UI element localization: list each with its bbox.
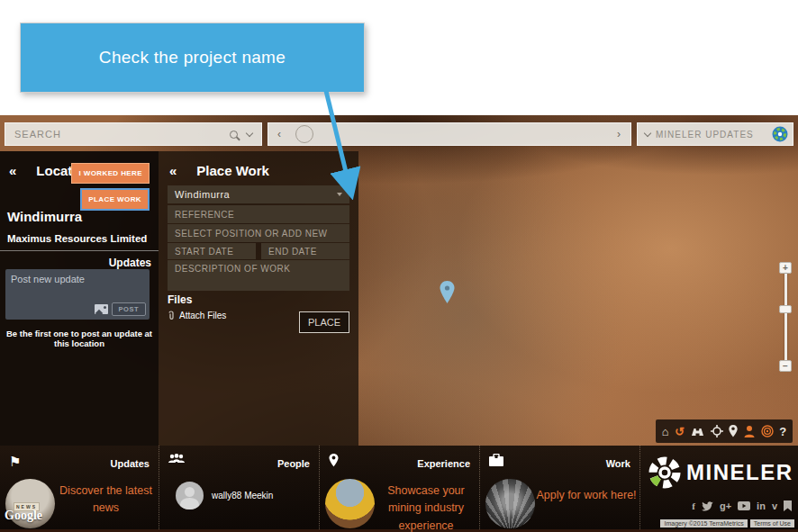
help-icon[interactable]: ? bbox=[779, 426, 786, 437]
start-date-input[interactable] bbox=[168, 243, 256, 259]
google-plus-icon[interactable]: g+ bbox=[720, 501, 731, 511]
nav-circle-marker bbox=[295, 125, 313, 143]
no-updates-message: Be the first one to post an update at th… bbox=[0, 329, 159, 348]
nav-forward-button[interactable]: › bbox=[617, 128, 621, 140]
imagery-attribution: Imagery ©2015 TerraMetrics bbox=[660, 519, 747, 527]
experience-section-text[interactable]: Showcase your mining industry experience bbox=[376, 482, 476, 532]
reference-input[interactable] bbox=[168, 205, 349, 223]
place-work-header: « Place Work bbox=[169, 163, 269, 178]
home-icon[interactable]: ⌂ bbox=[662, 426, 669, 437]
annotation-callout: Check the project name bbox=[20, 23, 365, 93]
work-section-text[interactable]: Apply for work here! bbox=[536, 487, 637, 504]
terms-of-use-link[interactable]: Terms of Use bbox=[750, 519, 794, 527]
twitter-icon[interactable] bbox=[702, 501, 713, 511]
select-caret-icon bbox=[337, 193, 342, 196]
map-control-bar: ⌂ ↺ ? bbox=[656, 419, 793, 443]
divider bbox=[0, 250, 159, 251]
nav-back-button[interactable]: ‹ bbox=[277, 128, 282, 140]
flag-icon: ⚑ bbox=[9, 454, 21, 470]
project-select[interactable]: Windimurra bbox=[168, 185, 349, 203]
zoom-in-button[interactable]: + bbox=[779, 262, 792, 274]
experience-section[interactable]: Experience Showcase your mining industry… bbox=[320, 446, 480, 529]
linkedin-icon[interactable]: in bbox=[757, 501, 766, 511]
location-panel: « Location I WORKED HERE PLACE WORK Wind… bbox=[0, 151, 159, 446]
youtube-icon[interactable] bbox=[738, 501, 750, 510]
attach-photo-icon[interactable] bbox=[95, 304, 108, 314]
brand-name: MINELER bbox=[686, 460, 793, 485]
callout-text: Check the project name bbox=[99, 48, 286, 68]
people-group-icon bbox=[168, 454, 185, 466]
brand-section: MINELER f g+ in v Imagery ©2015 Te bbox=[640, 446, 797, 529]
people-section-label: People bbox=[277, 458, 310, 469]
mineler-gear-icon[interactable] bbox=[772, 126, 788, 142]
mining-truck-photo[interactable] bbox=[325, 479, 375, 528]
files-heading: Files bbox=[168, 293, 192, 306]
zoom-slider-track[interactable] bbox=[784, 274, 787, 360]
bookmark-icon[interactable] bbox=[784, 500, 792, 511]
search-input[interactable] bbox=[5, 129, 230, 140]
paperclip-icon bbox=[168, 310, 176, 320]
map-attribution: Imagery ©2015 TerraMetrics Terms of Use bbox=[660, 519, 794, 527]
map-zoom-control: + − bbox=[778, 262, 793, 372]
zoom-out-button[interactable]: − bbox=[779, 360, 792, 372]
collapse-panel-icon[interactable]: « bbox=[9, 163, 16, 178]
history-nav-bar: ‹ › bbox=[268, 122, 631, 146]
location-project-name: Windimurra bbox=[7, 209, 82, 224]
place-work-button[interactable]: PLACE WORK bbox=[80, 188, 150, 211]
binoculars-icon[interactable] bbox=[691, 427, 704, 437]
person-name[interactable]: wally88 Meekin bbox=[212, 491, 273, 500]
google-logo: Google bbox=[5, 509, 42, 523]
target-icon[interactable] bbox=[761, 425, 774, 437]
search-bar bbox=[5, 122, 262, 146]
description-input[interactable] bbox=[168, 260, 349, 291]
updates-heading: Updates bbox=[109, 257, 151, 269]
bottom-bar: ⚑ Updates NEWS Discover the latest news … bbox=[0, 446, 798, 532]
pin-icon bbox=[329, 454, 339, 467]
attach-files-label: Attach Files bbox=[179, 311, 226, 320]
crosshair-icon[interactable] bbox=[711, 425, 723, 437]
social-links: f g+ in v bbox=[692, 500, 792, 511]
collapse-panel-icon[interactable]: « bbox=[169, 163, 177, 178]
post-update-input[interactable] bbox=[5, 269, 150, 303]
mineler-app: Check the project name ‹ › MINELER UPDAT… bbox=[0, 0, 798, 532]
end-date-input[interactable] bbox=[261, 243, 349, 259]
search-icon[interactable] bbox=[230, 131, 238, 139]
mineler-updates-label: MINELER UPDATES bbox=[656, 130, 772, 140]
zoom-slider-handle[interactable] bbox=[779, 305, 792, 313]
person-icon[interactable] bbox=[744, 426, 755, 437]
place-submit-button[interactable]: PLACE bbox=[299, 311, 349, 333]
post-update-box: POST bbox=[5, 269, 150, 320]
mineler-logo-icon bbox=[648, 455, 682, 490]
position-input[interactable] bbox=[168, 224, 349, 242]
miners-tunnel-photo[interactable] bbox=[485, 479, 535, 528]
facebook-icon[interactable]: f bbox=[692, 501, 695, 511]
updates-section-label: Updates bbox=[111, 458, 150, 469]
pin-icon[interactable] bbox=[729, 425, 738, 437]
i-worked-here-button[interactable]: I WORKED HERE bbox=[71, 163, 150, 184]
vimeo-icon[interactable]: v bbox=[772, 501, 777, 511]
avatar[interactable] bbox=[176, 482, 204, 509]
place-work-panel: « Place Work Windimurra Files Attach Fil… bbox=[159, 151, 358, 446]
experience-section-label: Experience bbox=[417, 458, 470, 469]
post-button[interactable]: POST bbox=[112, 302, 146, 316]
undo-icon[interactable]: ↺ bbox=[675, 426, 685, 437]
mineler-updates-bar[interactable]: MINELER UPDATES bbox=[637, 122, 793, 146]
attach-files-link[interactable]: Attach Files bbox=[168, 310, 226, 320]
briefcase-icon bbox=[489, 454, 503, 466]
updates-section[interactable]: ⚑ Updates NEWS Discover the latest news … bbox=[0, 446, 159, 529]
place-work-title: Place Work bbox=[196, 163, 269, 178]
work-section[interactable]: Work Apply for work here! bbox=[480, 446, 640, 529]
location-company-name: Maximus Resources Limited bbox=[7, 233, 147, 244]
people-section[interactable]: People wally88 Meekin bbox=[159, 446, 320, 529]
chevron-down-icon[interactable] bbox=[246, 129, 253, 136]
map-pin-icon[interactable] bbox=[440, 281, 455, 304]
work-section-label: Work bbox=[606, 458, 630, 469]
updates-section-text[interactable]: Discover the latest news bbox=[56, 482, 156, 518]
chevron-down-icon bbox=[644, 130, 651, 137]
project-select-value: Windimurra bbox=[175, 189, 230, 200]
